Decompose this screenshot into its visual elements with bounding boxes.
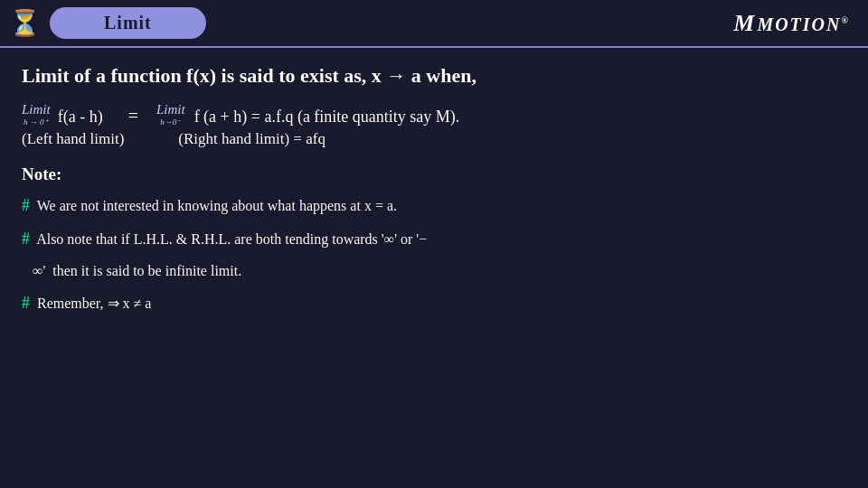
note-item-3: # Remember, ⇒ x ≠ a [22,291,846,315]
note-heading: Note: [22,164,846,184]
limit-equation-row: Limit h → 0⁺ f(a - h) = Limit h→0⁻ f (a … [22,102,846,127]
note-section: Note: # We are not interested in knowing… [22,164,846,315]
right-hand-label: (Right hand limit) = afq [178,130,326,148]
note-item-1: # We are not interested in knowing about… [22,193,846,218]
main-content: Limit of a function f(x) is said to exis… [0,48,868,341]
infinity-continue: ∞' then it is said to be infinite limit. [22,260,846,282]
right-limit-sub: h→0⁻ [156,117,185,127]
note-item-2: # Also note that if L.H.L. & R.H.L. are … [22,227,846,251]
brand-name: MMOTION® [733,10,850,37]
header-left: ⏳ Limit [9,7,206,39]
left-limit-sub: h → 0⁺ [22,117,51,127]
equals-sign: = [128,106,138,127]
hash-1: # [22,196,30,214]
note-text-1: We are not interested in knowing about w… [37,198,397,213]
header: ⏳ Limit MMOTION® [0,0,868,48]
left-expr: f(a - h) [58,108,103,127]
left-limit-notation: Limit h → 0⁺ [22,102,51,127]
right-expr: f (a + h) = a.f.q (a finite quantity say… [194,108,460,127]
hourglass-icon: ⏳ [9,8,41,38]
hash-2: # [22,230,30,248]
left-hand-label: (Left hand limit) [22,130,124,148]
note-text-2: Also note that if L.H.L. & R.H.L. are bo… [36,231,427,247]
hash-3: # [22,294,30,312]
note-text-3: Remember, ⇒ x ≠ a [37,296,151,311]
brand-logo: MMOTION® [733,10,850,37]
right-limit-notation: Limit h→0⁻ [156,102,185,127]
title-pill: Limit [50,7,206,39]
main-heading: Limit of a function f(x) is said to exis… [22,64,846,88]
hand-limit-labels: (Left hand limit) (Right hand limit) = a… [22,130,846,148]
